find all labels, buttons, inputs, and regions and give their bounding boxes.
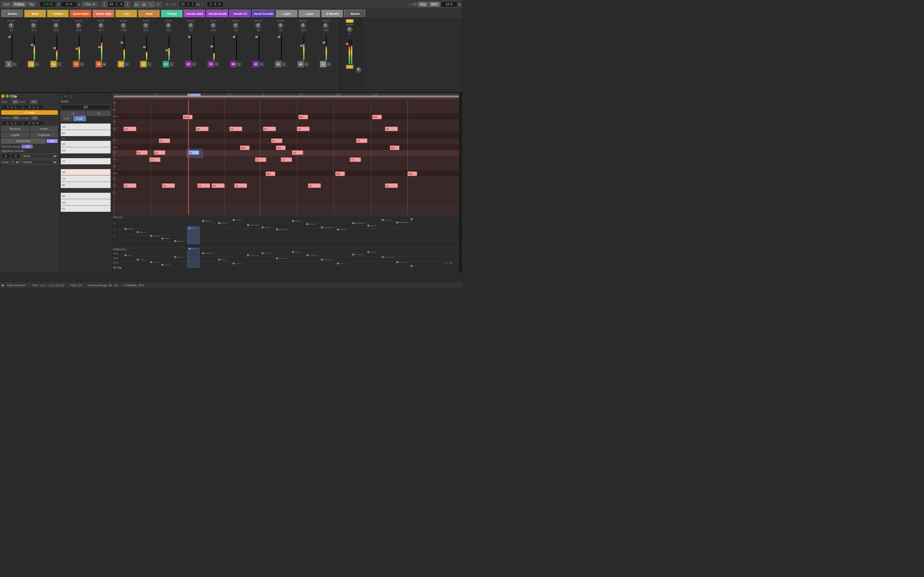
solo-guitarmain[interactable]: S — [79, 62, 84, 66]
prob-dot-20[interactable] — [411, 265, 413, 267]
solo-arp[interactable]: S — [124, 62, 129, 66]
note-bb3-2[interactable]: Bb3 — [298, 115, 308, 119]
note-bb2-2[interactable]: Bb2 — [335, 171, 345, 176]
arrangement-pos[interactable]: 23 . 1 . 1 — [179, 2, 195, 7]
pan-knob-guitarmain[interactable] — [76, 23, 81, 29]
fader-vocalsmain[interactable] — [189, 35, 190, 61]
prob-down-icon[interactable]: ▼ — [116, 266, 120, 269]
fader-layer2[interactable] — [301, 35, 302, 61]
fader-strings[interactable] — [166, 35, 168, 61]
ch-num-layer1[interactable]: 41 — [275, 61, 281, 67]
fader-vocalsdoub[interactable] — [212, 35, 213, 61]
length-input[interactable] — [23, 121, 44, 125]
fader-layer1[interactable] — [279, 35, 280, 61]
key-b3[interactable]: B3 — [61, 130, 111, 136]
track-header-areverb[interactable]: A Reverb — [321, 10, 344, 18]
pos-set-button[interactable]: Set — [13, 116, 19, 120]
link-button[interactable]: Link — [1, 2, 11, 7]
fader-vocalvocoder[interactable] — [256, 35, 258, 61]
note-g2-2[interactable]: G2 — [162, 183, 175, 188]
key-g3[interactable]: G3 — [61, 147, 111, 153]
pan-knob-guitars[interactable] — [53, 23, 59, 29]
note-f3-2[interactable]: F3 — [271, 139, 282, 143]
note-bb2-3[interactable]: Bb2 — [407, 171, 417, 176]
key-f2[interactable]: F2 — [61, 205, 111, 212]
piano-roll-timeline[interactable]: 1 1.2 1.3 1.4 2 2.2 2.3 2.4 ▼ — [112, 93, 459, 100]
pan-knob-vocalvocoder[interactable] — [255, 23, 261, 29]
pos-input[interactable] — [1, 121, 22, 125]
time-display[interactable]: 64 . 2 . 4 — [108, 2, 124, 7]
ch-num-arp[interactable]: 17 — [118, 61, 124, 67]
key-mode-button[interactable]: Key — [418, 2, 428, 7]
solo-vocalsfx[interactable]: S — [237, 62, 241, 66]
key-bb3[interactable]: Bb3 — [61, 136, 111, 141]
note-eb3-1[interactable]: Eb3 — [240, 145, 250, 150]
pan-knob-areverb[interactable] — [323, 23, 328, 29]
note-g2-5[interactable]: G2 — [234, 183, 247, 188]
record-button[interactable]: ● — [148, 2, 154, 7]
pan-knob-master[interactable] — [347, 27, 352, 32]
pan-knob-guitarhigh[interactable] — [98, 23, 104, 29]
fader-guitars[interactable] — [54, 35, 55, 61]
track-header-vocalsmain[interactable]: Vocals Main — [184, 10, 206, 18]
note-f3-3[interactable]: F3 — [356, 139, 367, 143]
track-header-strings[interactable]: Strings — [161, 10, 183, 18]
note-c3-1[interactable]: C3 — [149, 157, 160, 162]
track-header-layer1[interactable]: Layer — [276, 10, 298, 18]
solo-guitarhigh[interactable]: ● — [102, 62, 107, 66]
note-d3-1[interactable]: D3 — [136, 150, 148, 155]
randomize-button[interactable]: Randomize — [1, 139, 45, 143]
div2-button[interactable]: ÷2 — [61, 111, 86, 116]
note-g2-3[interactable]: G2 — [197, 183, 210, 188]
key-eb3[interactable] — [61, 164, 111, 169]
note-d3-2[interactable]: D3 — [154, 150, 165, 155]
loop-pos[interactable]: 2 . 0 . 0 — [207, 2, 223, 7]
ch-num-layer2[interactable]: 42 — [297, 61, 304, 67]
position-display[interactable]: 4 / 4 — [61, 2, 77, 7]
ch-num-areverb[interactable]: A — [320, 61, 326, 67]
fader-arp[interactable] — [121, 35, 123, 61]
mul2-button[interactable]: ×2 — [86, 111, 111, 116]
start-set-button[interactable]: Set — [12, 100, 19, 104]
solo-layer1[interactable]: S — [282, 62, 286, 66]
groove-select[interactable]: None — [21, 153, 58, 159]
ch-num-drums[interactable]: 1 — [5, 61, 12, 67]
scale-mode-select[interactable]: Dorian — [21, 160, 58, 165]
note-g3-2[interactable]: G3 — [196, 127, 208, 131]
follow-button[interactable]: Follow — [12, 2, 26, 7]
note-grid[interactable]: C4 B3 Bb3 A3 G3 F3 Eb3 D3 C3 B2 Bb2 A2 G… — [112, 100, 459, 215]
note-g3-6[interactable]: G3 — [385, 127, 398, 131]
prob-right-icon[interactable]: ▶ — [120, 266, 122, 269]
track-header-bass[interactable]: Bass — [24, 10, 47, 18]
track-header-arp[interactable]: Arp — [115, 10, 137, 18]
solo-strings[interactable]: S — [170, 62, 174, 66]
track-header-vocalsfx[interactable]: Vocals FX — [229, 10, 252, 18]
pan-knob-strings[interactable] — [166, 23, 171, 29]
pencil-tool-icon[interactable]: ✏ — [65, 94, 68, 99]
note-g3-4[interactable]: G3 — [263, 127, 276, 131]
key-fs3[interactable] — [61, 153, 111, 158]
bar-select[interactable]: 1 Bar ▼ — [81, 2, 98, 7]
pan-knob-drums[interactable] — [8, 23, 14, 29]
note-c3-3[interactable]: C3 — [281, 157, 292, 162]
ch-num-vocalsdoub[interactable]: 29 — [208, 61, 214, 67]
ch-num-guitars[interactable]: 14 — [50, 61, 57, 67]
track-header-keys[interactable]: Keys — [138, 10, 160, 18]
solo-layer2[interactable]: S — [304, 62, 309, 66]
note-f3-1[interactable]: F3 — [159, 139, 170, 143]
ch-num-keys[interactable]: 18 — [140, 61, 147, 67]
note-eb3-2[interactable]: Eb3 — [276, 145, 286, 150]
fold-button[interactable]: Fold — [61, 116, 72, 121]
pan-knob-vocalsfx[interactable] — [233, 23, 239, 29]
solo-vocalvocoder[interactable]: S — [259, 62, 263, 66]
pan-knob-keys[interactable] — [143, 23, 149, 29]
pan-knob-bass[interactable] — [31, 23, 37, 29]
solo-areverb[interactable]: S — [326, 62, 331, 66]
key-bb2[interactable] — [61, 188, 111, 193]
pan-knob-arp[interactable] — [121, 23, 126, 29]
ch-num-guitarmain[interactable]: 15 — [73, 61, 79, 67]
end-input[interactable] — [23, 105, 44, 109]
scale-button[interactable]: Scale — [73, 116, 86, 121]
length-set-button[interactable]: Set — [31, 116, 38, 120]
pan-knob-layer1[interactable] — [278, 23, 284, 29]
